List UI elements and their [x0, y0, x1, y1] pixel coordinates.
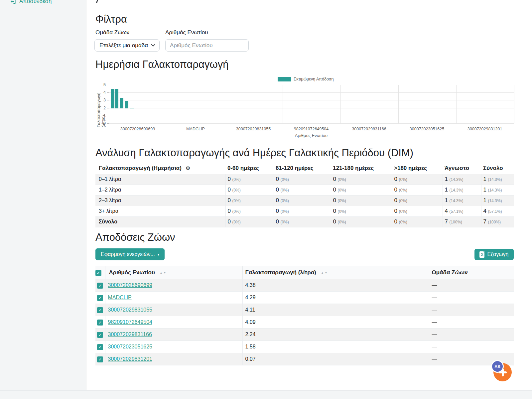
cell-value: 1	[483, 197, 486, 203]
chevron-down-icon	[151, 42, 155, 47]
dim-cell: 1 (14.3%)	[443, 185, 481, 195]
yields-table: ✓ Αριθμός Ενωτίου ▲▼ Γαλακτοπαραγωγή (λί…	[95, 266, 514, 365]
cell-percent: (0%)	[399, 177, 407, 182]
cell-percent: (0%)	[280, 220, 289, 224]
cell-value: 0	[276, 208, 279, 214]
gridline	[398, 85, 399, 123]
row-checkbox[interactable]: ✓	[97, 307, 103, 313]
eartag-link[interactable]: 300072029831201	[108, 356, 152, 362]
dim-column-header: Άγνωστο	[443, 163, 481, 174]
eartag-link[interactable]: 300072029831166	[108, 332, 152, 337]
yields-title: Αποδόσεις Ζώων	[95, 231, 175, 243]
legend-label: Εκτιμώμενη Απόδοση	[294, 77, 334, 81]
gridline	[283, 85, 283, 123]
eartag-cell: MADCLIP	[105, 292, 242, 304]
dim-table: Γαλακτοπαραγωγή (Ημερήσια) ⚙ 0-60 ημέρες…	[95, 163, 514, 227]
row-checkbox[interactable]: ✓	[97, 344, 103, 350]
table-row: ✓3000720286906994.38—	[95, 279, 514, 292]
dim-cell: 4 (57.1%)	[481, 206, 514, 216]
filters-title: Φίλτρα	[95, 13, 127, 25]
dim-cell: 0 (0%)	[331, 216, 392, 227]
eartag-cell: 300072029831055	[105, 304, 242, 316]
dim-column-header: 0-60 ημέρες	[225, 163, 274, 174]
cell-value: 0	[228, 208, 231, 214]
x-tick-label: MADCLIP	[186, 127, 205, 131]
eartag-link[interactable]: 982091072649504	[108, 319, 152, 325]
table-row: ✓3000720230516251.58—	[95, 341, 514, 353]
row-checkbox[interactable]: ✓	[97, 356, 103, 362]
checkbox-cell: ✓	[95, 341, 105, 353]
dim-cell: 0 (0%)	[392, 174, 443, 185]
dim-cell: 0 (0%)	[225, 195, 274, 206]
dim-cell: 0 (0%)	[331, 174, 392, 185]
group-select-value: Επιλέξτε μια ομάδα	[99, 42, 148, 49]
y-tick-label: 5	[103, 82, 106, 87]
chart-bar	[111, 89, 114, 108]
dim-cell: 1 (14.3%)	[481, 185, 514, 195]
row-checkbox[interactable]: ✓	[97, 283, 103, 289]
logout-icon	[10, 0, 16, 5]
group-cell: —	[429, 304, 514, 316]
group-cell: —	[429, 329, 514, 341]
cell-percent: (0%)	[280, 188, 289, 193]
eartag-link[interactable]: 300072029831055	[108, 307, 152, 313]
dim-header-row: Γαλακτοπαραγωγή (Ημερήσια) ⚙ 0-60 ημέρες…	[95, 163, 514, 174]
gridline	[456, 85, 457, 123]
y-tick-label: 4	[103, 90, 106, 95]
export-button[interactable]: x Εξαγωγή	[474, 249, 514, 260]
cell-value: 0	[228, 218, 231, 225]
eartag-cell: 300072023051625	[105, 341, 242, 353]
main-content: Φίλτρα Ομάδα Ζώων Αριθμός Ενωτίου Επιλέξ…	[86, 0, 532, 390]
cell-value: 0	[333, 187, 336, 193]
group-cell: —	[429, 279, 514, 292]
sidebar-item-logout[interactable]: Αποσύνδεση	[10, 0, 52, 5]
x-axis-labels: 300072028690699MADCLIP300072029831055982…	[86, 127, 532, 132]
checkbox-cell: ✓	[95, 292, 105, 304]
x-tick-label: 300072029831201	[467, 127, 502, 131]
dim-row-label: 2–3 λίτρα	[95, 195, 225, 206]
eartag-link[interactable]: 300072023051625	[108, 344, 152, 349]
sort-ascending-icon[interactable]: ▲	[321, 271, 324, 274]
row-checkbox[interactable]: ✓	[97, 332, 103, 338]
cell-percent: (100%)	[449, 220, 462, 224]
user-avatar[interactable]: AS	[491, 360, 504, 373]
dim-row-label: 3+ λίτρα	[95, 206, 225, 216]
sort-ascending-icon[interactable]: ▲	[160, 271, 163, 274]
dim-row-label: 1–2 λίτρα	[95, 185, 225, 195]
gridline	[109, 100, 514, 100]
milk-column-label: Γαλακτοπαραγωγή (λίτρα)	[245, 269, 316, 276]
cell-percent: (0%)	[232, 199, 240, 203]
eartag-link[interactable]: MADCLIP	[108, 295, 132, 300]
dim-row-label: Σύνολο	[95, 216, 225, 227]
legend-swatch	[278, 77, 291, 81]
cell-value: 0	[394, 176, 397, 182]
group-select[interactable]: Επιλέξτε μια ομάδα	[94, 39, 160, 52]
sort-descending-icon[interactable]: ▼	[325, 271, 327, 274]
gridline	[167, 85, 167, 123]
eartag-link[interactable]: 300072028690699	[108, 282, 152, 288]
dim-cell: 0 (0%)	[392, 195, 443, 206]
sort-descending-icon[interactable]: ▼	[163, 271, 166, 274]
row-checkbox[interactable]: ✓	[97, 320, 103, 326]
y-tick-label: 0	[103, 121, 106, 126]
dim-cell: 0 (0%)	[392, 206, 443, 216]
cell-value: 0	[333, 218, 336, 225]
checkbox-cell: ✓	[95, 304, 105, 316]
settings-gear-icon[interactable]: ⚙	[186, 165, 190, 171]
chart-title: Ημερήσια Γαλακτοπαραγωγή	[95, 59, 228, 70]
checkbox-cell: ✓	[95, 329, 105, 341]
dim-cell: 0 (0%)	[331, 206, 392, 216]
cell-value: 0	[276, 218, 279, 225]
cell-percent: (0%)	[337, 209, 346, 214]
eartag-label: Αριθμός Ενωτίου	[165, 29, 208, 36]
cell-percent: (0%)	[337, 188, 346, 193]
dim-cell: 0 (0%)	[225, 185, 274, 195]
row-checkbox[interactable]: ✓	[97, 295, 103, 301]
apply-actions-button[interactable]: Εφαρμογή ενεργειών... ▾	[95, 248, 165, 260]
select-all-checkbox[interactable]: ✓	[95, 270, 101, 276]
select-all-cell: ✓	[95, 266, 105, 279]
milk-cell: 0.07	[242, 353, 429, 365]
gridline	[109, 85, 514, 85]
y-tick-label: 1	[103, 113, 106, 118]
eartag-input[interactable]	[165, 39, 249, 52]
